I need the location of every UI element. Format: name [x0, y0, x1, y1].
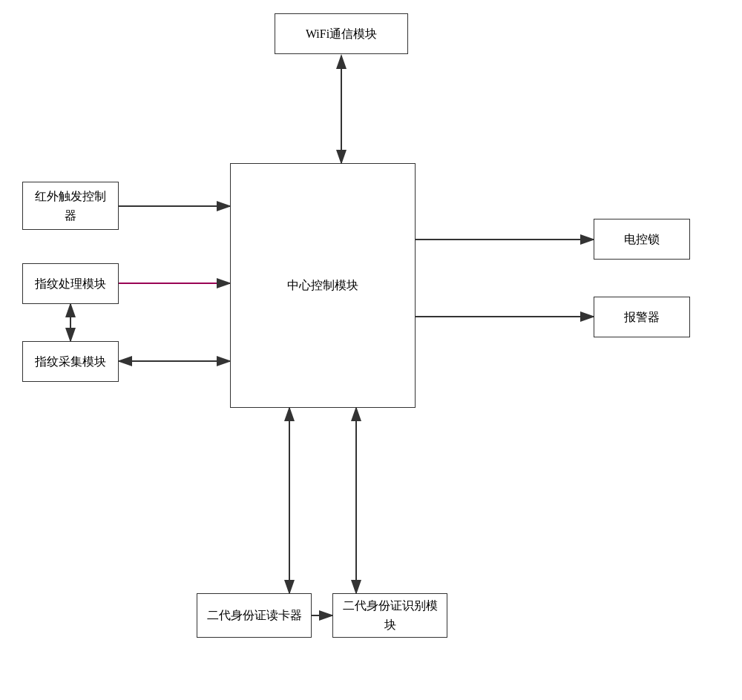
wifi-block: WiFi通信模块 — [275, 13, 408, 54]
alarm-label: 报警器 — [624, 308, 660, 327]
electric-lock-label: 电控锁 — [624, 230, 660, 249]
fingerprint-collect-label: 指纹采集模块 — [35, 352, 106, 372]
id-reader-block: 二代身份证读卡器 — [197, 593, 312, 638]
id-module-label: 二代身份证识别模块 — [343, 596, 438, 634]
fingerprint-collect-block: 指纹采集模块 — [22, 341, 119, 382]
alarm-block: 报警器 — [594, 297, 690, 337]
fingerprint-proc-label: 指纹处理模块 — [35, 274, 106, 294]
electric-lock-block: 电控锁 — [594, 219, 690, 260]
id-module-block: 二代身份证识别模块 — [332, 593, 447, 638]
infrared-label: 红外触发控制器 — [35, 187, 106, 225]
id-reader-label: 二代身份证读卡器 — [207, 606, 302, 625]
infrared-block: 红外触发控制器 — [22, 182, 119, 230]
fingerprint-proc-block: 指纹处理模块 — [22, 263, 119, 304]
center-label: 中心控制模块 — [287, 276, 358, 295]
wifi-label: WiFi通信模块 — [306, 24, 377, 44]
diagram-container: WiFi通信模块 中心控制模块 红外触发控制器 指纹处理模块 指纹采集模块 电控… — [0, 0, 742, 700]
center-block: 中心控制模块 — [230, 163, 416, 408]
